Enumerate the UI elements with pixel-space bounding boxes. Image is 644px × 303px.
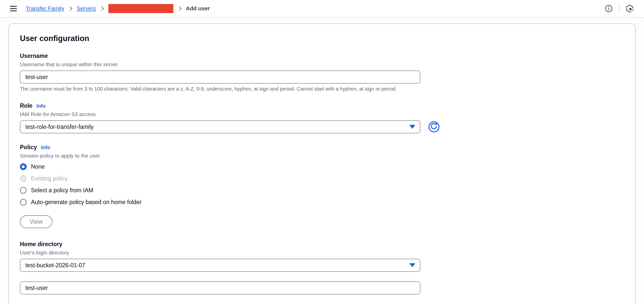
home-directory-path-input[interactable] xyxy=(20,281,420,294)
username-input[interactable] xyxy=(20,70,420,84)
role-label: Role xyxy=(20,102,32,109)
view-policy-button[interactable]: View xyxy=(20,215,53,228)
user-configuration-panel: User configuration Username Username tha… xyxy=(8,23,636,303)
menu-icon[interactable] xyxy=(10,6,17,11)
role-select[interactable]: test-role-for-transfer-family xyxy=(20,120,420,133)
top-navigation-bar: Transfer Family Servers Add user xyxy=(0,0,644,18)
role-selected-value: test-role-for-transfer-family xyxy=(25,124,94,130)
breadcrumb-server-id-redacted[interactable] xyxy=(108,4,173,13)
radio-unselected-icon[interactable] xyxy=(20,187,27,194)
policy-option-select-from-iam[interactable]: Select a policy from IAM xyxy=(20,186,624,194)
username-constraint-text: The username must be from 3 to 100 chara… xyxy=(20,86,624,92)
policy-option-label: None xyxy=(31,163,45,170)
info-icon[interactable] xyxy=(605,5,613,13)
policy-option-label: Auto-generate policy based on home folde… xyxy=(31,199,142,206)
role-description: IAM Role for Amazon S3 access xyxy=(20,111,624,117)
breadcrumb-servers[interactable]: Servers xyxy=(77,5,96,12)
policy-option-label: Select a policy from IAM xyxy=(31,187,93,194)
policy-option-existing-policy: Existing policy xyxy=(20,175,624,182)
policy-description: Session policy to apply to the user xyxy=(20,153,624,159)
username-description: Username that is unique within this serv… xyxy=(20,61,624,67)
radio-unselected-icon[interactable] xyxy=(20,199,27,206)
breadcrumb-add-user: Add user xyxy=(186,5,210,12)
home-directory-label: Home directory xyxy=(20,241,62,248)
policy-option-auto-generate[interactable]: Auto-generate policy based on home folde… xyxy=(20,198,624,206)
policy-label: Policy xyxy=(20,144,37,151)
home-directory-description: User's login directory xyxy=(20,250,624,256)
topbar-actions xyxy=(605,4,634,13)
home-directory-bucket-select[interactable]: test-bucket-2026-01-07 xyxy=(20,259,420,272)
radio-selected-icon[interactable] xyxy=(20,163,27,170)
hexagon-circle-icon[interactable] xyxy=(625,4,634,13)
chevron-right-icon xyxy=(100,7,104,11)
policy-section: Policy Info Session policy to apply to t… xyxy=(20,144,624,228)
home-directory-selected-value: test-bucket-2026-01-07 xyxy=(25,262,85,269)
role-section: Role Info IAM Role for Amazon S3 access … xyxy=(20,102,624,133)
divider xyxy=(619,4,619,13)
caret-down-icon xyxy=(409,125,415,129)
policy-option-label: Existing policy xyxy=(31,175,68,182)
refresh-roles-button[interactable] xyxy=(428,121,440,133)
caret-down-icon xyxy=(409,263,415,267)
username-section: Username Username that is unique within … xyxy=(20,53,624,92)
breadcrumb-transfer-family[interactable]: Transfer Family xyxy=(26,5,64,12)
radio-disabled-icon xyxy=(20,175,27,182)
chevron-right-icon xyxy=(68,7,72,11)
breadcrumb: Transfer Family Servers Add user xyxy=(26,4,210,13)
policy-option-none[interactable]: None xyxy=(20,163,624,171)
username-label: Username xyxy=(20,53,48,59)
policy-info-link[interactable]: Info xyxy=(41,145,50,150)
role-info-link[interactable]: Info xyxy=(36,103,46,109)
home-directory-section: Home directory User's login directory te… xyxy=(20,241,624,294)
chevron-right-icon xyxy=(177,7,181,11)
main-content: User configuration Username Username tha… xyxy=(0,18,644,303)
page-title: User configuration xyxy=(20,34,624,43)
